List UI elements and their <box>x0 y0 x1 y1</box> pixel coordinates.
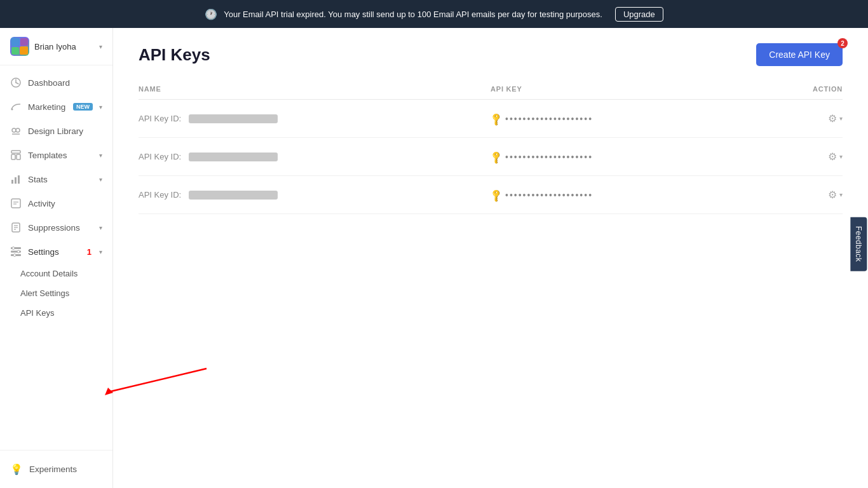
create-api-key-button[interactable]: Create API Key 2 <box>756 43 843 66</box>
sidebar-item-templates[interactable]: Templates ▾ <box>0 143 112 167</box>
api-key-dots: •••••••••••••••••••• <box>505 190 593 200</box>
col-header-action: ACTION <box>737 79 843 100</box>
design-library-icon <box>10 125 22 137</box>
sidebar-settings-label: Settings <box>28 247 81 257</box>
table-row: API Key ID: 🔑 •••••••••••••••••••• <box>139 176 843 214</box>
feedback-tab[interactable]: Feedback <box>851 217 867 271</box>
user-menu[interactable]: Brian Iyoha ▾ <box>0 28 112 65</box>
col-header-api-key: API KEY <box>491 79 737 100</box>
sidebar-item-stats[interactable]: Stats ▾ <box>0 167 112 191</box>
api-key-value-cell: 🔑 •••••••••••••••••••• <box>491 152 737 162</box>
sidebar-item-suppressions[interactable]: Suppressions ▾ <box>0 215 112 240</box>
gear-icon[interactable]: ⚙ <box>828 151 837 163</box>
marketing-chevron-icon: ▾ <box>99 104 102 111</box>
sidebar-item-settings[interactable]: Settings 1 ▾ <box>0 240 112 264</box>
sidebar-item-dashboard[interactable]: Dashboard <box>0 71 112 95</box>
suppressions-chevron-icon: ▾ <box>99 224 102 231</box>
marketing-badge: NEW <box>73 103 93 111</box>
marketing-icon <box>10 101 22 112</box>
svg-point-5 <box>11 109 13 111</box>
settings-icon <box>10 246 22 257</box>
api-key-name-cell: API Key ID: <box>139 190 491 200</box>
svg-point-26 <box>17 250 20 253</box>
api-key-id-label: API Key ID: <box>139 190 181 200</box>
sidebar-sub-alert-settings[interactable]: Alert Settings <box>0 283 112 303</box>
user-name: Brian Iyoha <box>34 42 94 51</box>
banner-message: Your Email API trial expired. You may st… <box>224 10 602 19</box>
svg-rect-14 <box>18 175 20 184</box>
svg-rect-0 <box>11 38 20 46</box>
svg-rect-9 <box>11 151 20 153</box>
sidebar-templates-label: Templates <box>28 151 93 160</box>
key-icon: 🔑 <box>489 149 503 164</box>
templates-chevron-icon: ▾ <box>99 152 102 159</box>
col-header-name: NAME <box>139 79 491 100</box>
api-key-id-redacted <box>189 191 278 200</box>
svg-rect-15 <box>11 199 20 208</box>
svg-rect-11 <box>17 154 20 159</box>
sidebar-item-activity[interactable]: Activity <box>0 191 112 215</box>
settings-annotation-1: 1 <box>87 247 92 257</box>
action-chevron-icon[interactable]: ▾ <box>839 115 843 122</box>
sidebar-stats-label: Stats <box>28 175 93 184</box>
gear-icon[interactable]: ⚙ <box>828 112 837 125</box>
user-chevron-icon: ▾ <box>99 43 102 50</box>
suppressions-icon <box>10 222 22 233</box>
sidebar-sub-account-details[interactable]: Account Details <box>0 264 112 283</box>
sidebar-activity-label: Activity <box>28 199 102 208</box>
svg-rect-12 <box>11 180 13 184</box>
main-layout: Brian Iyoha ▾ Dashboard <box>0 28 868 488</box>
svg-rect-1 <box>20 38 28 46</box>
api-key-action-cell: ⚙ ▾ <box>737 151 843 163</box>
api-key-action-cell: ⚙ ▾ <box>737 112 843 125</box>
svg-point-7 <box>16 128 20 132</box>
svg-rect-13 <box>15 177 17 184</box>
gear-icon[interactable]: ⚙ <box>828 189 837 201</box>
action-chevron-icon[interactable]: ▾ <box>839 153 843 160</box>
avatar <box>10 37 29 56</box>
svg-point-6 <box>12 128 16 132</box>
api-key-value-cell: 🔑 •••••••••••••••••••• <box>491 190 737 200</box>
dashboard-icon <box>10 77 22 88</box>
bulb-icon: 💡 <box>10 463 23 475</box>
api-key-id-redacted <box>189 152 278 161</box>
svg-rect-3 <box>20 46 28 55</box>
sidebar-sub-api-keys[interactable]: API Keys <box>0 303 112 323</box>
api-key-name-cell: API Key ID: <box>139 152 491 161</box>
activity-icon <box>10 198 22 209</box>
api-key-id-label: API Key ID: <box>139 152 181 161</box>
table-row: API Key ID: 🔑 •••••••••••••••••••• <box>139 138 843 176</box>
sidebar-suppressions-label: Suppressions <box>28 223 93 233</box>
key-icon: 🔑 <box>489 111 503 126</box>
page-title: API Keys <box>139 45 210 65</box>
sidebar: Brian Iyoha ▾ Dashboard <box>0 28 113 488</box>
api-key-dots: •••••••••••••••••••• <box>505 152 593 162</box>
sidebar-item-design-library[interactable]: Design Library <box>0 119 112 143</box>
sidebar-item-label: Dashboard <box>28 78 102 88</box>
api-key-name-cell: API Key ID: <box>139 114 491 123</box>
settings-chevron-icon: ▾ <box>99 248 102 255</box>
svg-rect-10 <box>11 154 15 159</box>
action-chevron-icon[interactable]: ▾ <box>839 191 843 198</box>
sidebar-item-experiments[interactable]: 💡 Experiments <box>0 457 112 482</box>
sidebar-item-marketing[interactable]: Marketing NEW ▾ <box>0 95 112 119</box>
clock-icon: 🕐 <box>205 8 217 20</box>
stats-chevron-icon: ▾ <box>99 176 102 183</box>
sidebar-nav: Dashboard Marketing NEW ▾ <box>0 65 112 450</box>
templates-icon <box>10 149 22 161</box>
experiments-label: Experiments <box>29 464 77 474</box>
page-header: API Keys Create API Key 2 <box>113 28 868 79</box>
sidebar-design-library-label: Design Library <box>28 126 102 136</box>
svg-point-25 <box>12 247 15 250</box>
upgrade-button[interactable]: Upgrade <box>615 7 663 22</box>
create-btn-badge: 2 <box>837 38 848 48</box>
api-key-dots: •••••••••••••••••••• <box>505 114 593 124</box>
api-key-id-redacted <box>189 114 278 123</box>
sidebar-marketing-label: Marketing <box>28 102 67 112</box>
svg-point-27 <box>13 254 16 257</box>
api-key-value-cell: 🔑 •••••••••••••••••••• <box>491 114 737 124</box>
sidebar-bottom: 💡 Experiments <box>0 450 112 488</box>
key-icon: 🔑 <box>489 187 503 202</box>
api-keys-table: NAME API KEY ACTION API Key ID: <box>139 79 843 214</box>
api-keys-table-container: NAME API KEY ACTION API Key ID: <box>113 79 868 488</box>
